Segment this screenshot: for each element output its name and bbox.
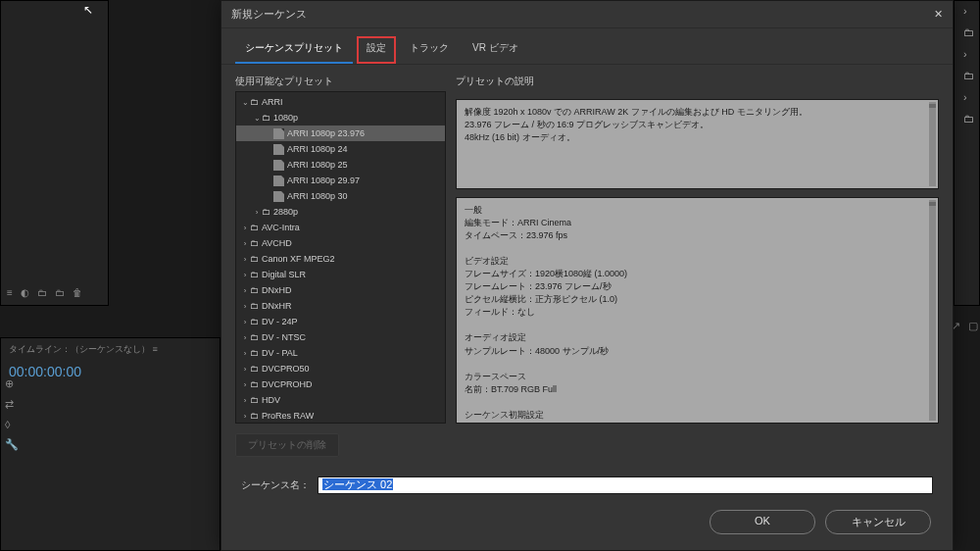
wrench-icon[interactable]: 🔧 (5, 438, 19, 451)
tree-folder[interactable]: ›🗀AVC-Intra (236, 220, 445, 235)
tree-folder[interactable]: ›🗀Digital SLR (236, 267, 445, 282)
preset-file-icon (273, 191, 284, 202)
tree-folder[interactable]: ›🗀DVCPROHD (236, 376, 445, 392)
preset-tree[interactable]: ⌄🗀ARRI⌄🗀1080pARRI 1080p 23.976ARRI 1080p… (235, 91, 446, 424)
folder-icon: 🗀 (250, 270, 259, 279)
preset-file-icon (273, 144, 284, 155)
tree-folder[interactable]: ›🗀AVCHD (236, 235, 445, 251)
folder-icon: 🗀 (250, 332, 259, 342)
tree-preset[interactable]: ARRI 1080p 30 (236, 188, 445, 204)
folder-add-icon[interactable]: 🗀 (55, 287, 65, 301)
tree-folder[interactable]: ›🗀DNxHD (236, 282, 445, 298)
tree-folder[interactable]: ›🗀2880p (236, 204, 445, 220)
background-panel-right: ›🗀 ›🗀 ›🗀 (954, 0, 980, 306)
tree-folder[interactable]: ⌄🗀1080p (236, 110, 445, 125)
folder-icon: 🗀 (250, 301, 259, 311)
scrollbar[interactable] (929, 102, 936, 186)
folder-icon: 🗀 (250, 348, 259, 358)
snap-icon[interactable]: ⊕ (5, 377, 19, 390)
tree-preset[interactable]: ARRI 1080p 25 (236, 157, 445, 173)
cancel-button[interactable]: キャンセル (825, 510, 931, 534)
folder-icon: 🗀 (250, 379, 259, 389)
panel-toolbar: ≡ ◐ 🗀 🗀 🗑 (1, 283, 110, 305)
tree-folder[interactable]: ›🗀DV - 24P (236, 314, 445, 329)
preset-details: 一般編集モード：ARRI Cinemaタイムベース：23.976 fpsビデオ設… (456, 197, 939, 424)
delete-preset-button: プリセットの削除 (235, 433, 339, 457)
preset-file-icon (273, 160, 284, 171)
tab-0[interactable]: シーケンスプリセット (235, 36, 353, 64)
list-icon[interactable]: ≡ (7, 287, 13, 301)
sequence-name-input[interactable]: シーケンス 02 (318, 476, 933, 494)
tree-preset[interactable]: ARRI 1080p 24 (236, 141, 445, 157)
dialog-tabs: シーケンスプリセット設定トラックVR ビデオ (221, 28, 953, 65)
scrollbar[interactable] (929, 200, 936, 421)
preset-description: 解像度 1920h x 1080v での ARRIRAW 2K ファイルの編集お… (456, 99, 939, 189)
tree-folder[interactable]: ›🗀DV - NTSC (236, 329, 445, 345)
folder-icon[interactable]: 🗀 (963, 26, 974, 38)
chevron-right-icon[interactable]: › (963, 5, 974, 17)
folder-icon: 🗀 (262, 113, 270, 123)
box-icon[interactable]: ▢ (968, 320, 978, 332)
cursor-icon: ↖ (83, 3, 93, 17)
folder-icon: 🗀 (250, 364, 259, 374)
preset-file-icon (273, 128, 284, 139)
link-icon[interactable]: ⇄ (5, 398, 19, 411)
tree-folder[interactable]: ›🗀DVCPRO50 (236, 361, 445, 376)
folder-icon[interactable]: 🗀 (963, 113, 974, 125)
folder-icon: 🗀 (250, 238, 259, 248)
folder-icon: 🗀 (250, 97, 259, 107)
tree-preset[interactable]: ARRI 1080p 23.976 (236, 125, 445, 141)
dialog-titlebar: 新規シーケンス ✕ (221, 1, 953, 28)
new-sequence-dialog: 新規シーケンス ✕ シーケンスプリセット設定トラックVR ビデオ 使用可能なプリ… (220, 0, 954, 551)
tree-folder[interactable]: ›🗀HDV (236, 392, 445, 408)
folder-icon[interactable]: 🗀 (37, 287, 47, 301)
close-icon[interactable]: ✕ (934, 8, 943, 21)
tree-folder[interactable]: ⌄🗀ARRI (236, 94, 445, 110)
tree-folder[interactable]: ›🗀ProRes RAW (236, 408, 445, 424)
marker-icon[interactable]: ◊ (5, 419, 19, 430)
tab-2[interactable]: トラック (400, 36, 459, 64)
background-panel-left: ↖ ≡ ◐ 🗀 🗀 🗑 (0, 0, 109, 306)
tab-1[interactable]: 設定 (357, 36, 396, 64)
ok-button[interactable]: OK (710, 510, 815, 534)
tree-preset[interactable]: ARRI 1080p 29.97 (236, 173, 445, 188)
tree-folder[interactable]: ›🗀DV - PAL (236, 345, 445, 361)
folder-icon: 🗀 (250, 254, 259, 264)
chevron-right-icon[interactable]: › (963, 48, 974, 60)
timeline-panel: タイムライン：（シーケンスなし） ≡ 00:00:00:00 ⊕ ⇄ ◊ 🔧 (0, 337, 220, 551)
chevron-right-icon[interactable]: › (963, 91, 974, 103)
tab-3[interactable]: VR ビデオ (463, 36, 528, 64)
trash-icon[interactable]: 🗑 (73, 287, 82, 301)
folder-icon: 🗀 (250, 411, 259, 421)
tree-folder[interactable]: ›🗀DNxHR (236, 298, 445, 314)
dialog-title: 新規シーケンス (231, 7, 307, 22)
tree-folder[interactable]: ›🗀Canon XF MPEG2 (236, 251, 445, 267)
folder-icon: 🗀 (250, 223, 259, 232)
timeline-timecode: 00:00:00:00 (1, 361, 220, 387)
sequence-name-label: シーケンス名： (241, 478, 310, 492)
preset-file-icon (273, 175, 284, 186)
clip-icon[interactable]: ◐ (21, 287, 29, 301)
folder-icon: 🗀 (262, 207, 270, 217)
folder-icon: 🗀 (250, 317, 259, 326)
presets-label: 使用可能なプリセット (235, 75, 446, 88)
folder-icon[interactable]: 🗀 (963, 70, 974, 81)
description-label: プリセットの説明 (456, 75, 939, 88)
timeline-title: タイムライン：（シーケンスなし） ≡ (1, 338, 220, 361)
folder-icon: 🗀 (250, 395, 259, 405)
folder-icon: 🗀 (250, 285, 259, 295)
